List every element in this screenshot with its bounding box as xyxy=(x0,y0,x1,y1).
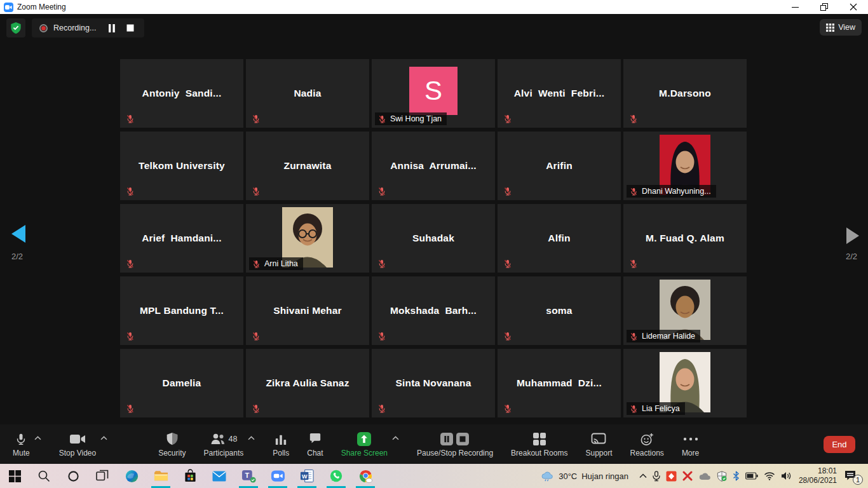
prev-page-arrow[interactable] xyxy=(11,225,25,243)
zoom-toolbar: MuteStop VideoSecurity48ParticipantsPoll… xyxy=(0,424,868,464)
chevron-up-icon[interactable] xyxy=(34,436,41,440)
prev-page-label: 2/2 xyxy=(11,252,25,261)
taskbar-app-edge[interactable] xyxy=(117,464,146,488)
toolbar-button-breakout-rooms[interactable]: Breakout Rooms xyxy=(511,431,567,458)
participant-label: Lia Felicya xyxy=(627,402,685,415)
restore-button[interactable] xyxy=(810,0,839,14)
participant-tile[interactable]: Lia Felicya xyxy=(623,349,747,417)
recording-indicator: Recording... xyxy=(32,18,144,37)
participant-tile[interactable]: Arifin xyxy=(498,132,621,200)
wifi-icon[interactable] xyxy=(764,471,775,480)
stop-recording-button[interactable] xyxy=(124,22,137,34)
tray-recorder-icon[interactable] xyxy=(666,471,677,482)
participant-label: Lidemar Halide xyxy=(627,330,700,342)
toolbar-button-stop-video[interactable]: Stop Video xyxy=(59,431,97,458)
participant-tile[interactable]: M.Darsono xyxy=(623,59,747,128)
participant-tile[interactable]: Mokshada Barh... xyxy=(372,276,495,345)
windows-taskbar: TW 30°C Hujan ringan xyxy=(0,464,868,488)
participant-tile[interactable]: Muhammad Dzi... xyxy=(498,349,621,417)
taskbar-app-task-view[interactable] xyxy=(88,464,117,488)
participant-tile[interactable]: Dhani Wahyuning... xyxy=(623,132,747,200)
participant-tile[interactable]: Alfin xyxy=(498,204,621,273)
toolbar-button-pause-stop-recording[interactable]: Pause/Stop Recording xyxy=(417,431,493,458)
toolbar-button-reactions[interactable]: Reactions xyxy=(630,431,664,458)
action-center-icon[interactable]: 1 xyxy=(844,470,857,483)
onedrive-icon[interactable] xyxy=(698,472,711,480)
taskbar-app-whatsapp[interactable] xyxy=(322,464,351,488)
taskbar-app-teams[interactable]: T xyxy=(234,464,263,488)
toolbar-button-label: Share Screen xyxy=(341,449,388,458)
participant-tile[interactable]: Alvi Wenti Febri... xyxy=(498,59,621,128)
windows-security-icon[interactable] xyxy=(717,471,727,482)
tray-microphone-icon[interactable] xyxy=(653,471,660,482)
weather-widget[interactable]: 30°C Hujan ringan xyxy=(540,471,628,482)
mic-muted-icon xyxy=(126,187,135,196)
participant-tile[interactable]: Antoniy Sandi... xyxy=(120,59,243,128)
participant-tile[interactable]: Suhadak xyxy=(372,204,495,273)
participant-tile[interactable]: M. Fuad Q. Alam xyxy=(623,204,747,273)
participant-tile[interactable]: Shivani Mehar xyxy=(246,276,369,345)
meeting-info-shield-icon[interactable] xyxy=(6,18,25,37)
participant-name: Damelia xyxy=(163,377,201,389)
camera-icon xyxy=(69,431,86,447)
chevron-up-icon[interactable] xyxy=(392,436,399,440)
taskbar-app-word[interactable]: W xyxy=(292,464,322,488)
taskbar-app-file-explorer[interactable] xyxy=(146,464,175,488)
taskbar-app-mail[interactable] xyxy=(205,464,234,488)
participant-name: Suhadak xyxy=(412,233,454,244)
end-meeting-button[interactable]: End xyxy=(824,436,855,453)
toolbar-button-share-screen[interactable]: Share Screen xyxy=(341,431,388,458)
chevron-up-icon[interactable] xyxy=(100,436,107,440)
participant-tile[interactable]: Nadia xyxy=(246,59,369,128)
toolbar-button-mute[interactable]: Mute xyxy=(13,431,30,458)
mic-muted-icon xyxy=(503,114,512,123)
battery-icon[interactable] xyxy=(745,472,758,480)
volume-icon[interactable] xyxy=(781,471,792,480)
toolbar-button-label: Security xyxy=(158,449,186,458)
participant-tile[interactable]: Lidemar Halide xyxy=(623,276,747,345)
participant-tile[interactable]: Damelia xyxy=(120,349,243,417)
toolbar-button-polls[interactable]: Polls xyxy=(273,431,289,458)
participant-tile[interactable]: Annisa Arrumai... xyxy=(372,132,495,200)
pause-recording-button[interactable] xyxy=(105,22,118,34)
participant-tile[interactable]: soma xyxy=(498,276,621,345)
toolbar-button-label: Chat xyxy=(307,449,323,458)
reactions-icon xyxy=(640,431,654,447)
chevron-up-icon[interactable] xyxy=(248,436,255,440)
participant-tile[interactable]: Arni Litha xyxy=(246,204,369,273)
system-tray: 30°C Hujan ringan xyxy=(540,466,868,485)
participant-name: Zurnawita xyxy=(283,160,331,172)
taskbar-app-search[interactable] xyxy=(29,464,58,488)
mic-muted-icon xyxy=(252,404,261,413)
view-button[interactable]: View xyxy=(820,19,862,36)
toolbar-button-participants[interactable]: 48Participants xyxy=(204,431,244,458)
participant-tile[interactable]: Sinta Novanana xyxy=(372,349,495,417)
toolbar-button-security[interactable]: Security xyxy=(158,431,186,458)
participant-tile[interactable]: Telkom University xyxy=(120,132,243,200)
participant-tile[interactable]: Zurnawita xyxy=(246,132,369,200)
taskbar-app-zoom[interactable] xyxy=(263,464,292,488)
toolbar-button-label: Reactions xyxy=(630,449,664,458)
close-button[interactable] xyxy=(839,0,868,14)
participant-tile[interactable]: MPL Bandung T... xyxy=(120,276,243,345)
meeting-stage: Recording... View Antoniy Sandi... Nadia… xyxy=(0,14,868,424)
taskbar-clock[interactable]: 18:01 28/06/2021 xyxy=(799,466,837,485)
participant-tile[interactable]: Zikra Aulia Sanaz xyxy=(246,349,369,417)
tray-red-x-icon[interactable] xyxy=(682,471,693,481)
toolbar-button-chat[interactable]: Chat xyxy=(307,431,323,458)
participant-tile[interactable]: Arief Hamdani... xyxy=(120,204,243,273)
minimize-button[interactable] xyxy=(780,0,810,14)
participant-name: Mokshada Barh... xyxy=(390,305,477,316)
taskbar-app-cortana[interactable] xyxy=(58,464,88,488)
next-page-arrow[interactable] xyxy=(846,227,859,244)
toolbar-button-support[interactable]: Support xyxy=(585,431,612,458)
pause-stop-icon xyxy=(440,431,470,447)
toolbar-button-more[interactable]: More xyxy=(682,431,699,458)
mic-muted-icon xyxy=(126,114,135,123)
bluetooth-icon[interactable] xyxy=(733,471,740,481)
tray-expand-chevron-icon[interactable] xyxy=(639,473,647,478)
taskbar-app-chrome[interactable] xyxy=(351,464,380,488)
taskbar-app-start[interactable] xyxy=(0,464,29,488)
taskbar-app-store[interactable] xyxy=(175,464,205,488)
participant-tile[interactable]: S Swi Hong Tjan xyxy=(372,59,495,128)
